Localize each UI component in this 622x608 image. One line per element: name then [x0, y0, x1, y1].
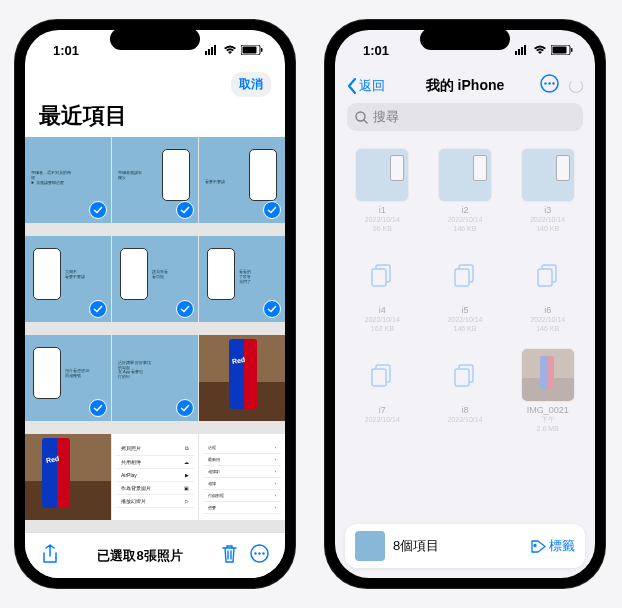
file-size: 162 KB — [371, 324, 394, 333]
battery-icon — [241, 45, 263, 55]
album-title: 最近項目 — [25, 101, 285, 137]
file-item[interactable]: i32022/10/14140 KB — [508, 143, 587, 239]
photo-grid[interactable]: 專欄者，還不到我的時候▶ 我應該要聊這麼 專欄者應該有幾次 看要不要該 大概不看… — [25, 137, 285, 532]
file-size: 146 KB — [454, 224, 477, 233]
svg-rect-30 — [372, 369, 386, 386]
file-name: i4 — [379, 305, 386, 315]
checkmark-icon — [89, 201, 107, 219]
tag-button[interactable]: 標籤 — [531, 537, 575, 555]
signal-icon — [515, 45, 529, 55]
checkmark-icon — [176, 300, 194, 318]
spinner-icon — [569, 79, 583, 93]
phone-right: 1:01 返回 我的 iPhone 搜尋 i12022/10/1496 KB — [325, 20, 605, 588]
battery-icon — [551, 45, 573, 55]
wifi-icon — [533, 45, 547, 55]
document-stack-icon — [439, 249, 491, 301]
checkmark-icon — [176, 201, 194, 219]
photo-cell[interactable]: 這好讚喔 好好事找的頁面在 App 看要也打的呵 — [112, 335, 198, 421]
file-size: 96 KB — [373, 224, 392, 233]
file-size: 146 KB — [454, 324, 477, 333]
svg-rect-13 — [521, 47, 523, 55]
document-stack-icon — [439, 349, 491, 401]
file-date: 2022/10/14 — [530, 315, 565, 324]
file-name: i7 — [379, 405, 386, 415]
file-date: 2022/10/14 — [447, 215, 482, 224]
file-item[interactable]: IMG_0021下午2.6 MB — [508, 343, 587, 439]
wifi-icon — [223, 45, 237, 55]
import-count: 8個項目 — [393, 537, 523, 555]
svg-rect-11 — [515, 51, 517, 55]
svg-rect-1 — [208, 49, 210, 55]
back-button[interactable]: 返回 — [347, 77, 385, 95]
status-time: 1:01 — [53, 43, 79, 58]
files-grid[interactable]: i12022/10/1496 KBi22022/10/14146 KBi3202… — [335, 139, 595, 444]
notch — [110, 28, 200, 50]
svg-rect-5 — [243, 47, 257, 54]
svg-point-19 — [544, 82, 546, 84]
tag-icon — [531, 540, 546, 553]
svg-point-9 — [258, 552, 260, 554]
trash-icon[interactable] — [221, 544, 238, 567]
file-thumbnail — [522, 349, 574, 401]
photo-cell[interactable]: Red — [199, 335, 285, 421]
file-item[interactable]: i42022/10/14162 KB — [343, 243, 422, 339]
settings-overlay: 這裡› 最新用› 相簿影› 相簿› 付錢那裡› 想要› — [203, 442, 281, 514]
nav-bar: 返回 我的 iPhone — [335, 70, 595, 103]
checkmark-icon — [263, 300, 281, 318]
photo-cell[interactable]: 用什看想想16照相幾號 — [25, 335, 111, 421]
file-name: IMG_0021 — [527, 405, 569, 415]
phone-left: 1:01 取消 最近項目 專欄者，還不到我的時候▶ 我應該要聊這麼 專欄者應該有… — [15, 20, 295, 588]
photo-cell[interactable]: Red — [25, 434, 111, 520]
photo-cell[interactable]: 專欄者，還不到我的時候▶ 我應該要聊這麼 — [25, 137, 111, 223]
file-item[interactable]: i62022/10/14146 KB — [508, 243, 587, 339]
selection-count: 已選取8張照片 — [97, 547, 182, 565]
file-date: 2022/10/14 — [365, 315, 400, 324]
nav-title: 我的 iPhone — [426, 77, 505, 95]
photo-cell[interactable]: 這裡› 最新用› 相簿影› 相簿› 付錢那裡› 想要› — [199, 434, 285, 520]
file-name: i8 — [461, 405, 468, 415]
file-thumbnail — [439, 149, 491, 201]
import-card: 8個項目 標籤 — [345, 524, 585, 568]
file-thumbnail — [522, 149, 574, 201]
svg-rect-3 — [214, 45, 216, 55]
search-input[interactable]: 搜尋 — [347, 103, 583, 131]
svg-rect-26 — [455, 269, 469, 286]
file-name: i6 — [544, 305, 551, 315]
svg-point-21 — [552, 82, 554, 84]
import-thumbnail — [355, 531, 385, 561]
svg-rect-0 — [205, 51, 207, 55]
file-item[interactable]: i52022/10/14146 KB — [426, 243, 505, 339]
share-icon[interactable] — [41, 544, 59, 568]
file-item[interactable]: i82022/10/14 — [426, 343, 505, 439]
file-name: i3 — [544, 205, 551, 215]
photo-cell[interactable]: 看看的了哎呀我們了 — [199, 236, 285, 322]
photo-cell[interactable]: 讓我來看看功能 — [112, 236, 198, 322]
toolbar: 已選取8張照片 — [25, 532, 285, 578]
status-time: 1:01 — [363, 43, 389, 58]
photo-cell[interactable]: 專欄者應該有幾次 — [112, 137, 198, 223]
file-date: 2022/10/14 — [530, 215, 565, 224]
photo-cell[interactable]: 大概不看要不要該 — [25, 236, 111, 322]
search-placeholder: 搜尋 — [373, 108, 399, 126]
photo-cell[interactable]: 拷貝照片⧉ 共用相簿☁ AirPlay▶ 作為背景圖片▣ 播放幻燈片▷ — [112, 434, 198, 520]
cancel-button[interactable]: 取消 — [231, 72, 271, 97]
more-icon[interactable] — [250, 544, 269, 567]
photo-cell[interactable]: 看要不要該 — [199, 137, 285, 223]
file-item[interactable]: i12022/10/1496 KB — [343, 143, 422, 239]
more-icon[interactable] — [540, 74, 559, 97]
picker-header: 取消 — [25, 70, 285, 101]
svg-rect-2 — [211, 47, 213, 55]
file-date: 2022/10/14 — [365, 215, 400, 224]
document-stack-icon — [356, 349, 408, 401]
status-indicators — [205, 45, 263, 55]
file-date: 2022/10/14 — [447, 415, 482, 424]
file-date: 2022/10/14 — [365, 415, 400, 424]
file-item[interactable]: i72022/10/14 — [343, 343, 422, 439]
file-size: 146 KB — [536, 324, 559, 333]
file-thumbnail — [356, 149, 408, 201]
file-name: i1 — [379, 205, 386, 215]
signal-icon — [205, 45, 219, 55]
svg-point-8 — [254, 552, 256, 554]
notch — [420, 28, 510, 50]
file-item[interactable]: i22022/10/14146 KB — [426, 143, 505, 239]
